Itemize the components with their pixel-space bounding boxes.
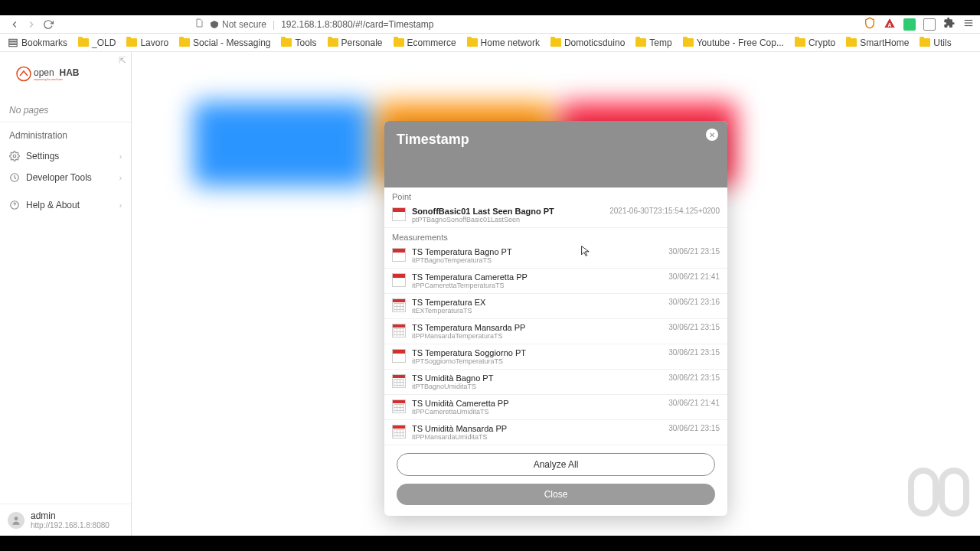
bookmark-item[interactable]: SmartHome (846, 37, 909, 48)
sidebar-item-help[interactable]: Help & About › (0, 194, 131, 216)
avatar (8, 512, 24, 529)
sidebar-item-label: Help & About (26, 200, 80, 210)
sidebar-item-settings[interactable]: Settings › (0, 145, 131, 167)
bookmark-item[interactable]: Lavoro (126, 37, 168, 48)
bookmark-item[interactable]: Bookmarks (8, 37, 67, 48)
svg-text:A: A (888, 22, 892, 28)
bookmark-item[interactable]: Domoticsduino (550, 37, 625, 48)
svg-text:HAB: HAB (60, 67, 80, 78)
bookmark-item[interactable]: Personale (328, 37, 383, 48)
measurement-row[interactable]: TS Temperatura Soggiorno PTitPTSoggiorno… (384, 344, 727, 370)
point-row[interactable]: SonoffBasic01 Last Seen Bagno PT ptPTBag… (384, 203, 727, 228)
calendar-grid-icon (392, 298, 406, 312)
folder-icon (179, 38, 190, 47)
user-url: http://192.168.1.8:8080 (31, 521, 109, 530)
folder-icon (846, 38, 857, 47)
sidebar: ⇱ open HAB empowering the smart home No … (0, 52, 132, 536)
browser-menu-icon[interactable] (963, 18, 974, 31)
measurements-section-label: Measurements (384, 228, 727, 243)
svg-point-11 (13, 155, 16, 158)
svg-rect-4 (9, 39, 18, 41)
bookmark-item[interactable]: Youtube - Free Cop... (683, 37, 784, 48)
extension-icon-2[interactable] (923, 18, 936, 31)
extension-icon-1[interactable] (903, 18, 916, 31)
bookmark-item[interactable]: Crypto (795, 37, 835, 48)
browser-chrome: Not secure | 192.168.1.8:8080/#!/card=Ti… (0, 15, 980, 34)
reload-button[interactable] (40, 16, 57, 33)
calendar-grid-icon (392, 399, 406, 413)
svg-rect-15 (911, 471, 936, 514)
address-bar[interactable]: Not secure | 192.168.1.8:8080/#!/card=Ti… (194, 18, 864, 30)
point-sub: ptPTBagnoSonoffBasic01LastSeen (412, 216, 603, 223)
user-name: admin (31, 510, 109, 521)
openhab-logo[interactable]: open HAB empowering the smart home (0, 52, 131, 99)
svg-rect-16 (942, 471, 966, 514)
not-secure-label: Not secure (222, 19, 266, 30)
help-icon (9, 200, 20, 210)
bookmark-item[interactable]: Social - Messaging (179, 37, 270, 48)
user-row[interactable]: admin http://192.168.1.8:8080 (0, 504, 131, 536)
calendar-icon (392, 207, 406, 221)
folder-icon (920, 38, 930, 47)
card-blue (193, 102, 369, 186)
calendar-icon (392, 273, 406, 287)
measurement-row[interactable]: TS Temperatura EXitEXTemperaturaTS 30/06… (384, 294, 727, 319)
measurement-row[interactable]: TS Umidità Bagno PTitPTBagnoUmiditaTS 30… (384, 370, 727, 395)
svg-point-7 (17, 67, 31, 81)
main-content: Timestamp ✕ Point SonoffBasic01 Last See… (132, 52, 980, 536)
measurement-row[interactable]: TS Temperatura Cameretta PPitPPCameretta… (384, 269, 727, 294)
modal-close-button[interactable]: ✕ (706, 129, 718, 141)
forward-button[interactable] (23, 16, 40, 33)
calendar-grid-icon (392, 425, 406, 439)
back-button[interactable] (6, 16, 23, 33)
measurement-row[interactable]: TS Umidità Mansarda PPitPPMansardaUmidit… (384, 420, 727, 445)
svg-text:open: open (34, 67, 54, 78)
bookmark-item[interactable]: Temp (635, 37, 671, 48)
shield-icon[interactable] (864, 17, 876, 31)
folder-icon (683, 38, 694, 47)
close-button[interactable]: Close (397, 484, 715, 505)
folder-icon (467, 38, 478, 47)
gear-icon (9, 151, 20, 161)
svg-rect-5 (9, 41, 18, 43)
bookmark-item[interactable]: Utils (920, 37, 951, 48)
watermark (908, 467, 969, 517)
analyze-all-button[interactable]: Analyze All (397, 453, 715, 476)
chevron-right-icon: › (119, 152, 122, 161)
sidebar-item-label: Settings (26, 151, 59, 161)
no-pages-label: No pages (0, 99, 131, 122)
window-titlebar (0, 0, 980, 15)
bottom-bar (0, 536, 980, 551)
svg-point-14 (15, 517, 18, 520)
folder-icon (635, 38, 646, 47)
modal-title: Timestamp (397, 132, 715, 148)
folder-icon (550, 38, 561, 47)
extensions-puzzle-icon[interactable] (943, 17, 956, 31)
pin-icon[interactable]: ⇱ (119, 55, 126, 66)
bookmark-item[interactable]: Home network (467, 37, 540, 48)
administration-section-label: Administration (0, 122, 131, 145)
point-title: SonoffBasic01 Last Seen Bagno PT (412, 207, 603, 216)
sidebar-item-label: Developer Tools (26, 172, 92, 183)
point-section-label: Point (384, 187, 727, 203)
sidebar-item-devtools[interactable]: Developer Tools › (0, 167, 131, 188)
security-indicator[interactable]: Not secure (210, 19, 266, 30)
bookmark-item[interactable]: Ecommerce (394, 37, 456, 48)
measurement-row[interactable]: TS Umidità Cameretta PPitPPCamerettaUmid… (384, 395, 727, 420)
warning-icon[interactable]: A (884, 17, 896, 31)
calendar-icon (392, 248, 406, 262)
point-value: 2021-06-30T23:15:54.125+0200 (609, 207, 720, 215)
folder-icon (281, 38, 292, 47)
measurement-row[interactable]: TS Temperatura Bagno PTitPTBagnoTemperat… (384, 243, 727, 269)
calendar-grid-icon (392, 374, 406, 388)
timestamp-modal: Timestamp ✕ Point SonoffBasic01 Last See… (384, 121, 727, 516)
calendar-grid-icon (392, 324, 406, 337)
chevron-right-icon: › (119, 201, 122, 210)
folder-icon (394, 38, 404, 47)
bookmark-page-icon[interactable] (194, 18, 204, 30)
bookmark-item[interactable]: Tools (281, 37, 316, 48)
measurement-row[interactable]: TS Temperatura Mansarda PPitPPMansardaTe… (384, 319, 727, 344)
url-text: 192.168.1.8:8080/#!/card=Timestamp (281, 19, 433, 30)
devtools-icon (9, 172, 20, 183)
bookmark-item[interactable]: _OLD (78, 37, 116, 48)
